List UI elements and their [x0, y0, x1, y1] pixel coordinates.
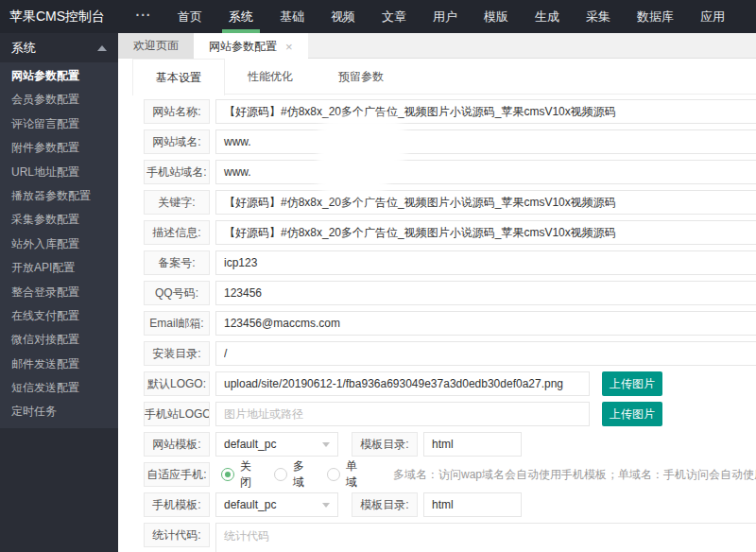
- top-nav-item[interactable]: 视频: [318, 0, 369, 33]
- censor-blur: [322, 157, 383, 189]
- settings-subtabs: 基本设置性能优化预留参数: [132, 59, 756, 95]
- form-row-stats-code: 统计代码:: [144, 523, 756, 552]
- mobile-template-select[interactable]: default_pc: [215, 492, 338, 517]
- settings-subtab[interactable]: 预留参数: [316, 59, 406, 94]
- sidebar-item[interactable]: URL地址配置: [0, 161, 118, 184]
- sidebar: 系统 网站参数配置会员参数配置评论留言配置附件参数配置URL地址配置播放器参数配…: [0, 33, 118, 552]
- sidebar-item[interactable]: 站外入库配置: [0, 233, 118, 256]
- default-logo-input[interactable]: [215, 371, 590, 396]
- keywords-label: 关键字:: [144, 190, 210, 215]
- install-dir-input[interactable]: [215, 341, 756, 366]
- chevron-down-icon: [322, 503, 330, 508]
- more-menu-icon[interactable]: ···: [123, 0, 164, 33]
- form-row-keywords: 关键字:: [144, 190, 756, 215]
- sidebar-item[interactable]: 开放API配置: [0, 256, 118, 280]
- mobile-logo-input[interactable]: [215, 402, 590, 426]
- stats-code-textarea[interactable]: [215, 523, 756, 552]
- page-tab[interactable]: 网站参数配置×: [194, 33, 308, 60]
- adaptive-mobile-radio[interactable]: 单域: [327, 458, 357, 491]
- adaptive-mobile-radio[interactable]: 多域: [274, 458, 304, 491]
- upload-logo-button[interactable]: 上传图片: [602, 371, 662, 396]
- page-tabstrip: 欢迎页面网站参数配置×: [118, 33, 756, 59]
- top-nav-item[interactable]: 文章: [369, 0, 420, 33]
- sidebar-item[interactable]: 播放器参数配置: [0, 184, 118, 208]
- qq-label: QQ号码:: [144, 281, 210, 305]
- page-tab-label: 网站参数配置: [209, 34, 277, 60]
- mobile-template-value: default_pc: [224, 498, 276, 511]
- form-row-description: 描述信息:: [144, 220, 756, 245]
- top-nav-item[interactable]: 数据库: [624, 0, 687, 33]
- domain-prefix: www.: [224, 165, 251, 179]
- form-row-mobile-logo: 手机站LOGO: 上传图片: [144, 402, 756, 426]
- install-dir-label: 安装目录:: [144, 341, 210, 366]
- icp-label: 备案号:: [144, 250, 210, 275]
- chevron-up-icon: [97, 45, 107, 51]
- upload-mobile-logo-button[interactable]: 上传图片: [602, 402, 662, 426]
- adaptive-mobile-note: 多域名：访问wap域名会自动使用手机模板；单域名：手机访问会自动使用手机模板；: [393, 462, 756, 487]
- form-row-site-template: 网站模板: default_pc 模板目录:: [144, 432, 756, 457]
- site-template-value: default_pc: [224, 438, 276, 451]
- sidebar-item[interactable]: 采集参数配置: [0, 208, 118, 232]
- sidebar-menu: 网站参数配置会员参数配置评论留言配置附件参数配置URL地址配置播放器参数配置采集…: [0, 62, 118, 428]
- top-nav-item[interactable]: 采集: [573, 0, 624, 33]
- form-row-mobile-domain: 手机站域名: www. 3.com: [144, 160, 756, 184]
- template-dir-label: 模板目录:: [352, 432, 418, 457]
- site-name-label: 网站名称:: [144, 99, 210, 124]
- description-label: 描述信息:: [144, 220, 210, 245]
- top-nav-item[interactable]: 基础: [266, 0, 318, 33]
- mobile-domain-label: 手机站域名:: [144, 160, 210, 184]
- top-nav-item[interactable]: 用户: [420, 0, 471, 33]
- close-icon[interactable]: ×: [285, 41, 293, 53]
- sidebar-item[interactable]: 微信对接配置: [0, 328, 118, 352]
- chevron-down-icon: [322, 442, 330, 447]
- sidebar-item[interactable]: 附件参数配置: [0, 136, 118, 160]
- mobile-logo-label: 手机站LOGO:: [144, 402, 210, 426]
- description-input[interactable]: [215, 220, 756, 245]
- form-row-site-name: 网站名称:: [144, 99, 756, 124]
- template-dir-input[interactable]: [423, 432, 522, 457]
- keywords-input[interactable]: [215, 190, 756, 215]
- mobile-template-label: 手机模板:: [144, 492, 210, 517]
- main-area: 欢迎页面网站参数配置× 基本设置性能优化预留参数 网站名称: 网站域名: www…: [118, 33, 756, 552]
- sidebar-item[interactable]: 在线支付配置: [0, 304, 118, 328]
- site-domain-input[interactable]: www. .com: [215, 129, 756, 154]
- settings-subtab[interactable]: 性能优化: [225, 59, 316, 94]
- page-tab[interactable]: 欢迎页面: [118, 33, 194, 58]
- sidebar-item[interactable]: 会员参数配置: [0, 88, 118, 112]
- form-row-site-domain: 网站域名: www. .com: [144, 129, 756, 154]
- site-name-input[interactable]: [215, 99, 756, 124]
- top-nav: 首页系统基础视频文章用户模版生成采集数据库应用: [164, 0, 738, 33]
- radio-unchecked-icon: [274, 468, 287, 481]
- qq-input[interactable]: [215, 281, 756, 305]
- sidebar-item[interactable]: 定时任务: [0, 400, 118, 423]
- top-nav-item[interactable]: 模版: [471, 0, 522, 33]
- sidebar-item[interactable]: 网站参数配置: [0, 64, 118, 88]
- top-nav-item[interactable]: 首页: [164, 0, 215, 33]
- sidebar-group-label: 系统: [11, 40, 36, 57]
- form-row-install-dir: 安装目录:: [144, 341, 756, 366]
- form-row-adaptive-mobile: 自适应手机: 关闭多域单域 多域名：访问wap域名会自动使用手机模板；单域名：手…: [144, 462, 756, 487]
- form-row-default-logo: 默认LOGO: 上传图片: [144, 371, 756, 396]
- mobile-template-dir-input[interactable]: [423, 492, 522, 517]
- top-nav-item[interactable]: 应用: [687, 0, 738, 33]
- sidebar-group-system[interactable]: 系统: [0, 33, 118, 62]
- email-label: Email邮箱:: [144, 311, 210, 336]
- form-row-qq: QQ号码:: [144, 281, 756, 305]
- sidebar-item[interactable]: 评论留言配置: [0, 112, 118, 136]
- sidebar-item[interactable]: 短信发送配置: [0, 376, 118, 400]
- top-nav-item[interactable]: 系统: [215, 0, 266, 33]
- mobile-domain-input[interactable]: www. 3.com: [215, 160, 756, 184]
- email-input[interactable]: [215, 311, 756, 336]
- default-logo-label: 默认LOGO:: [144, 371, 210, 396]
- adaptive-mobile-label: 自适应手机:: [144, 462, 210, 487]
- sidebar-item[interactable]: 邮件发送配置: [0, 353, 118, 376]
- form-row-email: Email邮箱:: [144, 311, 756, 336]
- site-domain-label: 网站域名:: [144, 129, 210, 154]
- top-nav-item[interactable]: 生成: [522, 0, 573, 33]
- adaptive-mobile-radio[interactable]: 关闭: [221, 458, 251, 491]
- sidebar-item[interactable]: 整合登录配置: [0, 281, 118, 304]
- form-row-icp: 备案号:: [144, 250, 756, 275]
- site-template-select[interactable]: default_pc: [215, 432, 338, 457]
- settings-subtab[interactable]: 基本设置: [132, 59, 225, 95]
- icp-input[interactable]: [215, 250, 756, 275]
